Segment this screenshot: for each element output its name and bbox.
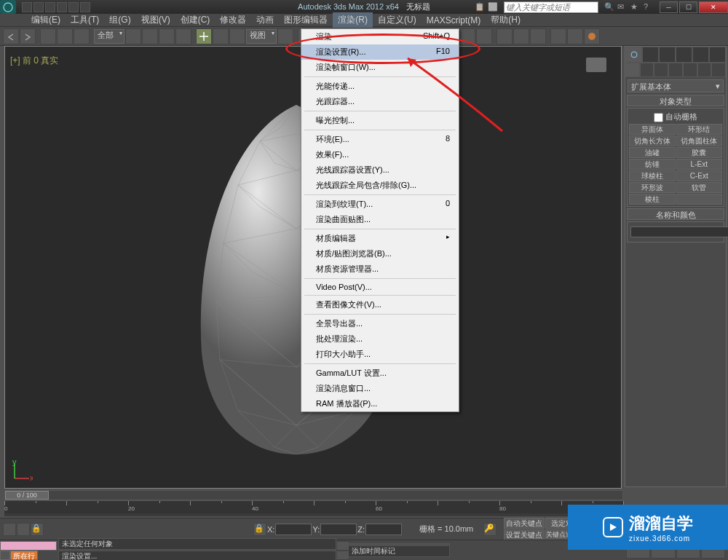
qat-save-icon[interactable]: [45, 2, 55, 12]
menu-graph-editors[interactable]: 图形编辑器: [279, 12, 333, 28]
menu-customize[interactable]: 自定义(U): [373, 12, 422, 28]
create-切角长方体-button[interactable]: 切角长方体: [629, 135, 676, 146]
lights-subtab-icon[interactable]: [654, 63, 668, 77]
qat-undo-icon[interactable]: [57, 2, 67, 12]
menu-help[interactable]: 帮助(H): [486, 12, 526, 28]
app-logo[interactable]: [0, 0, 16, 14]
search-icon[interactable]: 🔍: [604, 2, 614, 12]
maxscript-icon[interactable]: [3, 523, 16, 536]
primitive-type-dropdown[interactable]: 扩展基本体: [628, 79, 724, 92]
link-icon[interactable]: [40, 28, 56, 44]
select-rect-icon[interactable]: [159, 28, 175, 44]
select-move-icon[interactable]: [196, 28, 212, 44]
status-toggle-icon[interactable]: [0, 551, 10, 560]
create-油罐-button[interactable]: 油罐: [629, 147, 676, 158]
selection-filter-dropdown[interactable]: 全部: [94, 29, 124, 44]
z-coord-input[interactable]: [365, 524, 402, 535]
motion-tab-icon[interactable]: [676, 47, 692, 63]
menu-item-[interactable]: 曝光控制...: [301, 113, 459, 128]
setkey-button[interactable]: 设置关键点: [504, 529, 545, 540]
menu-rendering[interactable]: 渲染(R): [333, 12, 373, 28]
geometry-subtab-icon[interactable]: [625, 63, 640, 77]
create-软管-button[interactable]: 软管: [676, 182, 723, 193]
menu-maxscript[interactable]: MAXScript(M): [422, 14, 486, 27]
render-setup-icon[interactable]: [550, 28, 566, 44]
menu-item-[interactable]: 批处理渲染...: [301, 331, 459, 347]
autogrid-checkbox[interactable]: 自动栅格: [629, 110, 722, 124]
select-by-name-icon[interactable]: [142, 28, 158, 44]
autokey-button[interactable]: 自动关键点: [504, 518, 545, 529]
graphite-icon[interactable]: [476, 28, 492, 44]
select-rotate-icon[interactable]: [213, 28, 229, 44]
curve-editor-icon[interactable]: [496, 28, 513, 44]
menu-create[interactable]: 创建(C): [175, 12, 215, 28]
menu-item-gammalut[interactable]: Gamma/LUT 设置...: [301, 366, 459, 381]
unlink-icon[interactable]: [57, 28, 73, 44]
systems-subtab-icon[interactable]: [711, 63, 726, 77]
menu-group[interactable]: 组(G): [104, 12, 135, 28]
create-棱柱-button[interactable]: 棱柱: [629, 194, 676, 205]
menu-item-g[interactable]: 光线跟踪全局包含/排除(G)...: [301, 178, 459, 193]
minimize-button[interactable]: ─: [660, 1, 678, 13]
spacewarps-subtab-icon[interactable]: [697, 63, 712, 77]
time-slider-handle[interactable]: 0 / 100: [5, 491, 49, 500]
menu-item-ramp[interactable]: RAM 播放器(P)...: [301, 396, 459, 411]
key-mode-icon[interactable]: 🔑: [483, 523, 496, 536]
lock-icon[interactable]: 🔒: [31, 523, 44, 536]
menu-item-v[interactable]: 查看图像文件(V)...: [301, 297, 459, 312]
bind-icon[interactable]: [74, 28, 90, 44]
help-icon[interactable]: ?: [644, 2, 654, 12]
select-icon[interactable]: [125, 28, 141, 44]
qat-more-icon[interactable]: [80, 2, 90, 12]
add-time-tag[interactable]: 添加时间标记: [348, 545, 450, 557]
rendered-frame-icon[interactable]: [567, 28, 583, 44]
pivot-icon[interactable]: [277, 28, 293, 44]
utilities-tab-icon[interactable]: [709, 47, 726, 63]
qat-open-icon[interactable]: [33, 2, 44, 12]
lock-selection-icon[interactable]: 🔒: [253, 523, 266, 536]
menu-views[interactable]: 视图(V): [136, 12, 175, 28]
create-球棱柱-button[interactable]: 球棱柱: [629, 170, 676, 181]
create-环形波-button[interactable]: 环形波: [629, 182, 676, 193]
comm-icon[interactable]: ✉: [617, 2, 628, 12]
menu-item-f[interactable]: 效果(F)...: [301, 147, 459, 162]
time-slider[interactable]: 0 / 100: [4, 490, 623, 500]
create-tab-icon[interactable]: [625, 47, 642, 63]
create-L-Ext-button[interactable]: L-Ext: [676, 159, 723, 170]
menu-item-[interactable]: 打印大小助手...: [301, 347, 459, 362]
time-ruler[interactable]: 020406080100: [4, 500, 623, 513]
undo-icon[interactable]: [3, 28, 19, 44]
ref-coord-dropdown[interactable]: 视图: [246, 29, 277, 44]
menu-item-[interactable]: 光能传递...: [301, 79, 459, 94]
menu-animation[interactable]: 动画: [251, 12, 279, 28]
viewcube[interactable]: [586, 58, 606, 72]
viewport-label[interactable]: [+] 前 0 真实: [10, 55, 58, 67]
create-异面体-button[interactable]: 异面体: [629, 124, 676, 135]
select-scale-icon[interactable]: [229, 28, 245, 44]
x-coord-input[interactable]: [275, 524, 312, 535]
help-search-input[interactable]: [504, 1, 598, 13]
create-胶囊-button[interactable]: 胶囊: [676, 147, 723, 158]
qat-new-icon[interactable]: [22, 2, 32, 12]
object-name-input[interactable]: [630, 226, 728, 237]
y-coord-input[interactable]: [320, 524, 357, 535]
star-icon[interactable]: ★: [630, 2, 641, 12]
menu-item-t[interactable]: 渲染到纹理(T)...0: [301, 197, 459, 212]
maximize-button[interactable]: ☐: [679, 1, 697, 13]
close-button[interactable]: ✕: [699, 1, 728, 13]
menu-item-[interactable]: 全景导出器...: [301, 316, 459, 331]
hierarchy-tab-icon[interactable]: [659, 47, 676, 63]
title-icon[interactable]: ⬜: [488, 2, 498, 12]
menu-item-[interactable]: 材质编辑器: [301, 231, 459, 246]
menu-item-[interactable]: 渲染曲面贴图...: [301, 212, 459, 227]
display-tab-icon[interactable]: [692, 47, 709, 63]
create-C-Ext-button[interactable]: C-Ext: [676, 170, 723, 181]
menu-item-w[interactable]: 渲染帧窗口(W)...: [301, 60, 459, 75]
window-crossing-icon[interactable]: [175, 28, 191, 44]
menu-item-[interactable]: 材质资源管理器...: [301, 261, 459, 277]
name-color-rollout-header[interactable]: 名称和颜色: [627, 208, 724, 220]
menu-item-y[interactable]: 光线跟踪器设置(Y)...: [301, 162, 459, 178]
create-环形结-button[interactable]: 环形结: [676, 124, 723, 135]
menu-item-b[interactable]: 材质/贴图浏览器(B)...: [301, 246, 459, 261]
menu-item-videopostv[interactable]: Video Post(V)...: [301, 280, 459, 293]
